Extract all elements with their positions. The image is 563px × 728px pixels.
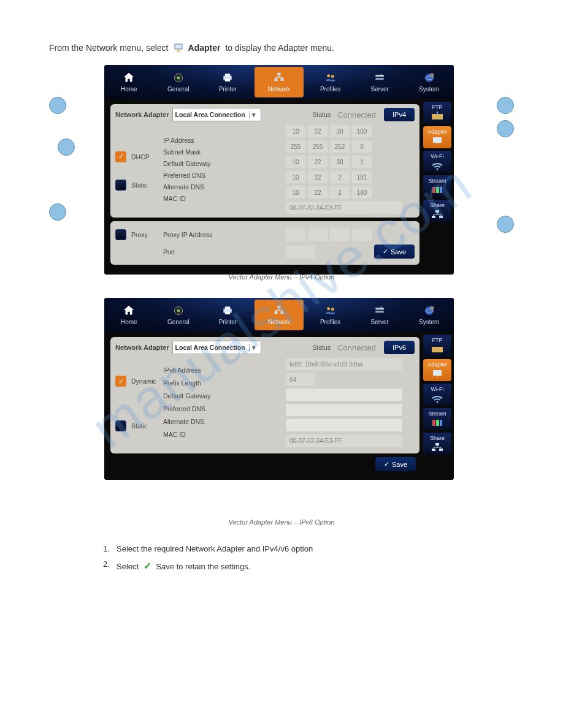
screenshot-ipv6: Home General Printer Network Profiles Se… [104,298,454,480]
nav-network[interactable]: Network [255,67,304,97]
network-icon [272,72,286,84]
nav-system[interactable]: System [404,65,454,99]
network-adapter-label: Network Adapter [115,344,169,351]
preferred-dns-field[interactable]: 10222181 [286,171,415,183]
home-icon [121,72,136,84]
alternate-dns-label: Alternate DNS [163,418,281,425]
top-nav: Home General Printer Network Profiles Se… [104,65,454,99]
subnet-label: Subnet Mask [163,148,281,156]
nav-server[interactable]: Server [355,298,405,332]
svg-rect-23 [432,187,435,193]
top-nav: Home General Printer Network Profiles Se… [104,298,454,332]
nav-server[interactable]: Server [355,65,405,99]
annotation-bubble [497,216,514,233]
adapter-icon [431,136,444,146]
port-field[interactable] [286,246,315,258]
static-checkbox[interactable] [115,180,126,191]
ipv6-button[interactable]: IPv6 [384,341,415,354]
alternate-dns-field[interactable] [286,419,402,431]
save-button[interactable]: ✓Save [375,457,416,471]
tab-ftp[interactable]: FTP [423,102,451,124]
gateway-field[interactable]: 1022301 [286,156,415,168]
svg-rect-28 [439,216,443,218]
annotation-bubble [49,97,66,114]
figure-caption: Vector Adapter Menu – IPv6 Option [49,518,514,526]
svg-rect-50 [440,420,442,426]
check-icon: ✓ [384,460,389,468]
mac-id-label: MAC ID [163,195,281,202]
stream-icon [431,418,444,428]
svg-point-38 [331,308,334,311]
svg-point-47 [437,401,439,403]
profiles-icon [323,72,338,84]
mac-id-field: 00-07-32-34-E3-FF [286,202,402,214]
nav-network[interactable]: Network [255,300,304,330]
tab-stream[interactable]: Stream [423,408,451,430]
nav-general[interactable]: General [154,298,204,332]
tab-wifi[interactable]: Wi-Fi [423,151,451,173]
adapter-word: Adapter [188,43,221,53]
chevron-down-icon[interactable]: ▾ [249,344,258,351]
nav-profiles[interactable]: Profiles [305,298,355,332]
side-tabs: FTP Adapter Wi-Fi Stream Share [423,332,454,480]
svg-rect-51 [435,443,439,446]
nav-home[interactable]: Home [104,298,154,332]
save-button[interactable]: ✓Save [374,245,415,259]
screenshot-ipv4: Home General Printer Network Profiles Se… [104,65,454,275]
adapter-dropdown[interactable]: Local Area Connection ▾ [172,108,261,121]
tab-wifi[interactable]: Wi-Fi [423,384,451,406]
tab-share[interactable]: Share [423,200,451,222]
dial-icon [171,305,186,317]
svg-rect-8 [278,73,281,75]
proxy-label: Proxy [131,231,148,238]
preferred-dns-label: Preferred DNS [163,172,281,179]
chevron-down-icon[interactable]: ▾ [249,111,258,118]
nav-system[interactable]: System [404,298,454,332]
ipv6-address-field[interactable]: fe80::18e8:f65c:e1d3:3dba [286,358,402,370]
tab-adapter[interactable]: Adapter [423,126,451,148]
svg-rect-21 [437,143,438,145]
dynamic-label: Dynamic [131,377,156,385]
check-icon: ✓ [144,561,151,571]
port-label: Port [163,248,281,256]
svg-rect-44 [432,347,443,352]
server-icon [372,72,387,84]
tab-ftp[interactable]: FTP [423,335,451,357]
mac-id-field: 00-07-32-34-E3-FF [286,434,402,447]
nav-printer[interactable]: Printer [203,298,253,332]
preferred-dns-field[interactable] [286,404,402,416]
adapter-icon [431,369,444,379]
subnet-field[interactable]: 2552552520 [286,140,415,153]
svg-point-17 [430,74,434,78]
svg-rect-35 [275,311,278,314]
printer-icon [220,72,235,84]
nav-printer[interactable]: Printer [203,65,253,99]
nav-general[interactable]: General [154,65,204,99]
nav-profiles[interactable]: Profiles [305,65,355,99]
ip-address-field[interactable]: 102230100 [286,125,415,137]
proxy-checkbox[interactable] [115,229,126,240]
svg-rect-33 [225,312,230,314]
prefix-length-label: Prefix Length [163,379,281,387]
adapter-dropdown[interactable]: Local Area Connection ▾ [172,341,261,354]
tab-share[interactable]: Share [423,433,451,455]
prefix-length-field[interactable]: 64 [286,373,315,385]
annotation-bubble [497,97,514,114]
adapter-panel: Network Adapter Local Area Connection ▾ … [110,337,419,453]
dynamic-checkbox[interactable]: ✓ [115,376,126,387]
title-prefix: From the Network menu, select [49,43,169,53]
svg-rect-2 [176,51,181,51]
svg-rect-46 [437,376,438,377]
gateway-field[interactable] [286,389,402,401]
tab-stream[interactable]: Stream [423,175,451,197]
static-checkbox[interactable] [115,420,126,431]
dhcp-checkbox[interactable]: ✓ [115,151,126,162]
status-value: Connected [337,110,376,119]
tab-adapter[interactable]: Adapter [423,359,451,381]
alternate-dns-field[interactable]: 10222180 [286,186,415,199]
proxy-ip-field[interactable] [286,229,415,241]
ipv4-button[interactable]: IPv4 [384,108,415,121]
nav-home[interactable]: Home [104,65,154,99]
wifi-icon [431,161,444,170]
svg-point-37 [327,307,330,310]
